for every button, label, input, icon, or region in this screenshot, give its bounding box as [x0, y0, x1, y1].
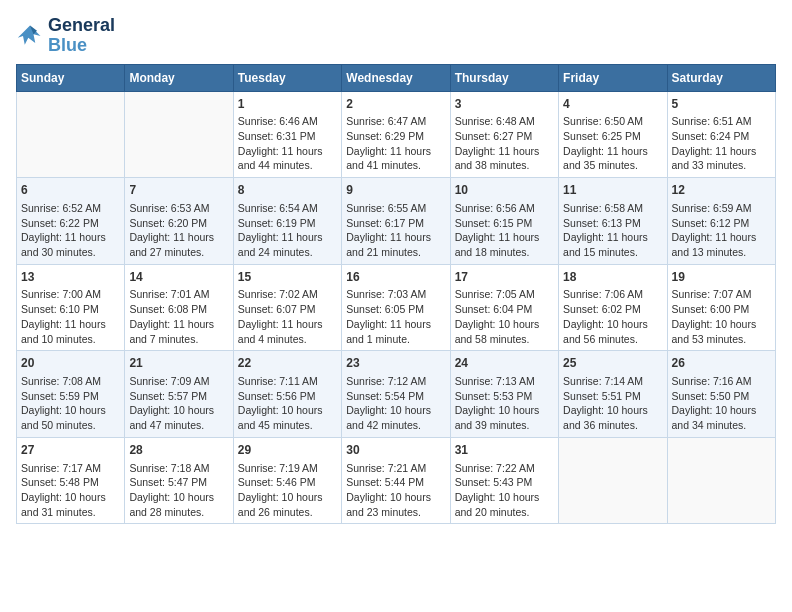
day-info: Daylight: 10 hours and 28 minutes.: [129, 490, 228, 519]
calendar-header-friday: Friday: [559, 64, 667, 91]
day-info: Sunset: 6:12 PM: [672, 216, 771, 231]
day-number: 9: [346, 182, 445, 199]
day-info: Sunrise: 7:07 AM: [672, 287, 771, 302]
day-info: Daylight: 11 hours and 24 minutes.: [238, 230, 337, 259]
day-info: Sunrise: 7:02 AM: [238, 287, 337, 302]
day-info: Sunrise: 7:13 AM: [455, 374, 554, 389]
calendar-week-1: 1Sunrise: 6:46 AMSunset: 6:31 PMDaylight…: [17, 91, 776, 178]
day-info: Sunrise: 6:50 AM: [563, 114, 662, 129]
day-number: 22: [238, 355, 337, 372]
calendar-cell: 3Sunrise: 6:48 AMSunset: 6:27 PMDaylight…: [450, 91, 558, 178]
calendar-header-saturday: Saturday: [667, 64, 775, 91]
calendar-cell: 26Sunrise: 7:16 AMSunset: 5:50 PMDayligh…: [667, 351, 775, 438]
calendar-cell: [559, 437, 667, 524]
calendar-table: SundayMondayTuesdayWednesdayThursdayFrid…: [16, 64, 776, 525]
calendar-cell: 21Sunrise: 7:09 AMSunset: 5:57 PMDayligh…: [125, 351, 233, 438]
day-info: Daylight: 10 hours and 56 minutes.: [563, 317, 662, 346]
day-number: 11: [563, 182, 662, 199]
day-info: Sunset: 5:47 PM: [129, 475, 228, 490]
day-number: 25: [563, 355, 662, 372]
day-info: Sunrise: 7:01 AM: [129, 287, 228, 302]
day-info: Daylight: 10 hours and 36 minutes.: [563, 403, 662, 432]
day-info: Sunset: 6:24 PM: [672, 129, 771, 144]
calendar-week-2: 6Sunrise: 6:52 AMSunset: 6:22 PMDaylight…: [17, 178, 776, 265]
day-info: Sunset: 5:48 PM: [21, 475, 120, 490]
day-number: 15: [238, 269, 337, 286]
logo: General Blue: [16, 16, 115, 56]
day-info: Sunrise: 6:51 AM: [672, 114, 771, 129]
day-info: Sunrise: 7:03 AM: [346, 287, 445, 302]
day-number: 20: [21, 355, 120, 372]
day-info: Sunrise: 7:17 AM: [21, 461, 120, 476]
day-info: Daylight: 10 hours and 20 minutes.: [455, 490, 554, 519]
day-info: Sunset: 6:19 PM: [238, 216, 337, 231]
day-info: Sunset: 6:25 PM: [563, 129, 662, 144]
day-info: Daylight: 11 hours and 15 minutes.: [563, 230, 662, 259]
day-info: Sunrise: 7:00 AM: [21, 287, 120, 302]
day-info: Daylight: 11 hours and 7 minutes.: [129, 317, 228, 346]
day-number: 1: [238, 96, 337, 113]
day-info: Sunrise: 6:59 AM: [672, 201, 771, 216]
day-info: Sunrise: 6:58 AM: [563, 201, 662, 216]
day-number: 21: [129, 355, 228, 372]
day-number: 18: [563, 269, 662, 286]
calendar-cell: 30Sunrise: 7:21 AMSunset: 5:44 PMDayligh…: [342, 437, 450, 524]
day-info: Sunrise: 7:06 AM: [563, 287, 662, 302]
calendar-cell: 22Sunrise: 7:11 AMSunset: 5:56 PMDayligh…: [233, 351, 341, 438]
calendar-cell: 11Sunrise: 6:58 AMSunset: 6:13 PMDayligh…: [559, 178, 667, 265]
calendar-cell: 6Sunrise: 6:52 AMSunset: 6:22 PMDaylight…: [17, 178, 125, 265]
day-info: Sunset: 6:07 PM: [238, 302, 337, 317]
page-header: General Blue: [16, 16, 776, 56]
day-info: Daylight: 10 hours and 45 minutes.: [238, 403, 337, 432]
day-info: Sunset: 5:51 PM: [563, 389, 662, 404]
calendar-cell: 10Sunrise: 6:56 AMSunset: 6:15 PMDayligh…: [450, 178, 558, 265]
day-info: Sunset: 6:31 PM: [238, 129, 337, 144]
calendar-cell: 27Sunrise: 7:17 AMSunset: 5:48 PMDayligh…: [17, 437, 125, 524]
day-info: Daylight: 11 hours and 35 minutes.: [563, 144, 662, 173]
calendar-cell: 16Sunrise: 7:03 AMSunset: 6:05 PMDayligh…: [342, 264, 450, 351]
day-info: Sunrise: 6:56 AM: [455, 201, 554, 216]
logo-icon: [16, 22, 44, 50]
day-info: Daylight: 11 hours and 38 minutes.: [455, 144, 554, 173]
day-info: Daylight: 10 hours and 23 minutes.: [346, 490, 445, 519]
day-info: Sunrise: 6:47 AM: [346, 114, 445, 129]
day-info: Sunrise: 6:46 AM: [238, 114, 337, 129]
day-number: 27: [21, 442, 120, 459]
calendar-header-thursday: Thursday: [450, 64, 558, 91]
day-number: 16: [346, 269, 445, 286]
calendar-cell: [125, 91, 233, 178]
day-number: 31: [455, 442, 554, 459]
logo-general: General: [48, 16, 115, 36]
day-info: Sunset: 5:44 PM: [346, 475, 445, 490]
day-info: Sunset: 5:43 PM: [455, 475, 554, 490]
day-number: 30: [346, 442, 445, 459]
day-info: Daylight: 11 hours and 41 minutes.: [346, 144, 445, 173]
calendar-cell: 25Sunrise: 7:14 AMSunset: 5:51 PMDayligh…: [559, 351, 667, 438]
day-info: Sunset: 6:27 PM: [455, 129, 554, 144]
day-info: Daylight: 10 hours and 50 minutes.: [21, 403, 120, 432]
day-info: Sunset: 6:15 PM: [455, 216, 554, 231]
calendar-cell: 20Sunrise: 7:08 AMSunset: 5:59 PMDayligh…: [17, 351, 125, 438]
day-info: Sunset: 6:08 PM: [129, 302, 228, 317]
calendar-week-5: 27Sunrise: 7:17 AMSunset: 5:48 PMDayligh…: [17, 437, 776, 524]
day-number: 6: [21, 182, 120, 199]
day-number: 26: [672, 355, 771, 372]
day-info: Sunset: 6:29 PM: [346, 129, 445, 144]
calendar-cell: 1Sunrise: 6:46 AMSunset: 6:31 PMDaylight…: [233, 91, 341, 178]
day-info: Daylight: 10 hours and 42 minutes.: [346, 403, 445, 432]
day-info: Sunrise: 7:16 AM: [672, 374, 771, 389]
calendar-cell: 28Sunrise: 7:18 AMSunset: 5:47 PMDayligh…: [125, 437, 233, 524]
calendar-week-3: 13Sunrise: 7:00 AMSunset: 6:10 PMDayligh…: [17, 264, 776, 351]
day-info: Daylight: 11 hours and 21 minutes.: [346, 230, 445, 259]
day-info: Sunrise: 6:54 AM: [238, 201, 337, 216]
day-info: Sunset: 5:46 PM: [238, 475, 337, 490]
day-info: Daylight: 10 hours and 34 minutes.: [672, 403, 771, 432]
day-info: Sunset: 6:10 PM: [21, 302, 120, 317]
day-info: Daylight: 11 hours and 18 minutes.: [455, 230, 554, 259]
day-info: Sunset: 5:50 PM: [672, 389, 771, 404]
day-info: Daylight: 11 hours and 33 minutes.: [672, 144, 771, 173]
day-info: Sunset: 6:17 PM: [346, 216, 445, 231]
day-info: Daylight: 10 hours and 39 minutes.: [455, 403, 554, 432]
day-info: Sunrise: 7:21 AM: [346, 461, 445, 476]
calendar-header-tuesday: Tuesday: [233, 64, 341, 91]
